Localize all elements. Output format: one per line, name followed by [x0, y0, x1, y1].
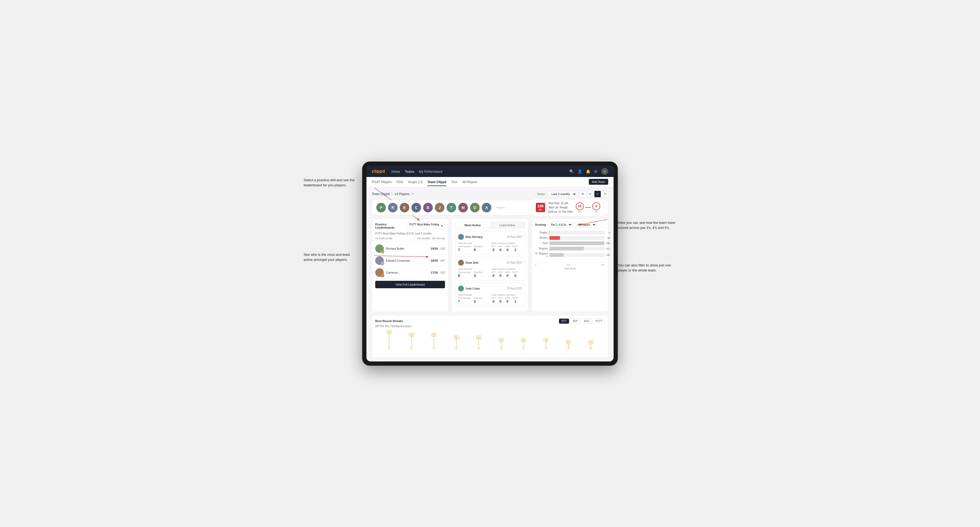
subnav-pga[interactable]: PGA [396, 180, 403, 186]
arg-filter-btn[interactable]: ARG [581, 319, 592, 324]
leaderboard-header: Practice Leaderboards PUTT Must Make Put… [375, 222, 445, 230]
birdies-fill [549, 236, 560, 240]
streak-point-8: 4x [544, 338, 548, 349]
least-active-tab[interactable]: Least Active [490, 222, 525, 228]
player-avatar-3[interactable]: E [400, 203, 409, 213]
pac-player-blair[interactable]: Blair McHarg [458, 234, 482, 240]
streak-chart: 7x 6x 6x [375, 330, 605, 354]
show-period-select[interactable]: Last 3 months [548, 191, 577, 197]
rank-badge-silver: 2 [380, 262, 384, 265]
activity-tabs: Most Active Least Active [455, 222, 525, 229]
putt-filter-btn[interactable]: PUTT [593, 319, 605, 324]
pac-player-josh[interactable]: Josh Coles [458, 286, 480, 291]
player-avatar-10[interactable]: A [482, 203, 492, 213]
player-rank-avatar-1: 🥇 [375, 244, 384, 253]
player-avatar-7[interactable]: T [447, 203, 456, 213]
app-blair: APP 0 [498, 245, 503, 252]
player-avatar-2[interactable]: R [388, 203, 398, 213]
par-filter-select[interactable]: Par 3, 4 & 5s [548, 222, 573, 227]
pb-score-2: 18/20 [431, 259, 438, 262]
ott-blair: OTT 0 [491, 245, 496, 252]
leaderboard-row[interactable]: 2 Edward Crossman 18/20 107 [375, 255, 445, 267]
pars-fill [549, 241, 604, 245]
streak-filter-buttons: OTT APP ARG PUTT [559, 319, 605, 324]
birdies-bar-row: Birdies 96 [535, 236, 605, 240]
player-avatar-6[interactable]: J [435, 203, 444, 213]
pac-name-josh: Josh Coles [466, 287, 480, 290]
leaderboard-row[interactable]: 🥇 Richard Butler 19/20 110 [375, 243, 445, 255]
top-nav: clippd Home Teams My Performance 🔍 👤 🔔 ⚙… [366, 166, 614, 177]
pac-date-blair: 26 Aug 2023 [507, 235, 522, 238]
players-filter-select[interactable]: All Players [575, 222, 597, 227]
sub-nav-links: PGAT Players PGA Hcaps 1-5 Team Clippd T… [372, 179, 477, 184]
user-avatar[interactable]: U [601, 168, 608, 175]
shot-info-card: 198 SC Shot Dist: 16 yds Start Lie: Roug… [532, 199, 604, 216]
streaks-title: Best Round Streaks [375, 319, 403, 322]
add-team-button[interactable]: Add Team [589, 179, 608, 185]
subnav-pgat[interactable]: PGAT Players [372, 180, 392, 186]
nav-right: 🔍 👤 🔔 ⚙ U [570, 168, 608, 175]
view-icons: ⊞ ⊟ ≡ ⇅ [579, 191, 608, 197]
player-avatar-9[interactable]: D [470, 203, 480, 213]
most-active-tab[interactable]: Most Active [455, 222, 490, 228]
pac-avatar-blair [458, 234, 464, 240]
pac-activities-blair: OTT 0 APP 0 ARG [491, 245, 522, 252]
subnav-hcaps[interactable]: Hcaps 1-5 [408, 180, 423, 186]
practice-col-blair: Practice 6 [474, 245, 483, 252]
player-avatar-8[interactable]: M [458, 203, 468, 213]
subnav-all-players[interactable]: All Players [462, 180, 477, 186]
tournament-col-blair: Tournament 7 [458, 245, 471, 252]
total-practice-label-josh: Total Practice Activities [491, 294, 522, 296]
double-bogeys-fill [549, 253, 564, 257]
nav-logo: clippd [372, 169, 385, 174]
player-activity-rees: Rees Britt 02 Sep 2023 Total Rounds Tour [455, 257, 525, 281]
streak-point-3: 6x [431, 333, 436, 349]
eagles-bar-row: Eagles 3 [535, 231, 605, 235]
pac-name-blair: Blair McHarg [466, 235, 482, 238]
streak-point-2: 6x [409, 333, 414, 349]
streak-point-7: 4x [521, 338, 526, 349]
team-header: Team Clippd | 14 Players ✏ Show: Last 3 … [372, 191, 608, 197]
three-col-section: Practice Leaderboards PUTT Must Make Put… [372, 219, 608, 312]
pac-avatar-rees [458, 260, 464, 266]
filter-view-btn[interactable]: ⇅ [602, 191, 608, 197]
subnav-team-clippd[interactable]: Team Clippd [428, 180, 446, 186]
subnav-tour[interactable]: Tour [451, 180, 457, 186]
edit-icon[interactable]: ✏ [412, 192, 414, 195]
grid-large-view-btn[interactable]: ⊟ [587, 191, 593, 197]
view-full-leaderboard-button[interactable]: View Full Leaderboard [375, 281, 445, 288]
pac-stats-blair: Total Rounds Tournament 7 Practice [458, 242, 522, 252]
total-rounds-label-blair: Total Rounds [458, 242, 489, 244]
rank-badge-gold: 🥇 [380, 250, 384, 253]
pac-date-josh: 26 Aug 2023 [507, 287, 522, 290]
leaderboard-dropdown[interactable]: PUTT Must Make Putting ... ▾ [406, 222, 445, 230]
practice-leaderboards-card: Practice Leaderboards PUTT Must Make Put… [372, 219, 449, 312]
grid-small-view-btn[interactable]: ⊞ [579, 191, 586, 197]
pac-cols-blair: Tournament 7 Practice 6 [458, 245, 489, 252]
player-avatar-4[interactable]: C [412, 203, 421, 213]
app-filter-btn[interactable]: APP [570, 319, 580, 324]
leaderboard-col-headers: PLAYER NAME PB SCORE PB AVG SQ [375, 237, 445, 241]
pac-player-rees[interactable]: Rees Britt [458, 260, 478, 266]
practice-val-blair: 6 [474, 248, 483, 252]
annotation-bottom-right: You can also filter to show just one pla… [618, 263, 676, 273]
tournament-val-blair: 7 [458, 248, 471, 252]
list-view-btn[interactable]: ≡ [594, 191, 601, 197]
nav-link-teams[interactable]: Teams [405, 170, 414, 173]
people-icon[interactable]: 👤 [578, 169, 582, 173]
leaderboard-subtitle: PUTT Must Make Putting (3-6 ft), Last 3 … [375, 232, 445, 235]
chevron-down-icon: ▾ [441, 224, 442, 227]
settings-icon[interactable]: ⚙ [594, 169, 598, 173]
team-title: Team Clippd | 14 Players ✏ [372, 192, 414, 196]
ott-filter-btn[interactable]: OTT [559, 319, 569, 324]
player-avatar-5[interactable]: B [423, 203, 433, 213]
bell-icon[interactable]: 🔔 [586, 169, 590, 173]
player-avatar-1[interactable]: P [376, 203, 386, 213]
leaderboard-row[interactable]: 3 Cameron... 17/20 103 [375, 267, 445, 279]
bogeys-label: Bogeys [535, 247, 548, 250]
nav-link-performance[interactable]: My Performance [419, 170, 442, 173]
search-icon[interactable]: 🔍 [570, 169, 574, 173]
bogeys-value: 311 [606, 247, 610, 250]
nav-link-home[interactable]: Home [391, 170, 400, 173]
pars-track: 499 [549, 241, 605, 245]
